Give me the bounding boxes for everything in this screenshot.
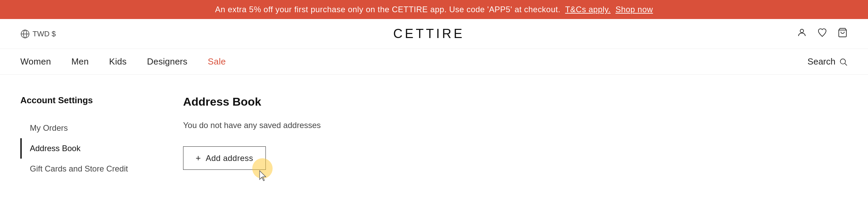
main-nav: Women Men Kids Designers Sale Search: [0, 49, 868, 75]
empty-message: You do not have any saved addresses: [183, 121, 848, 130]
site-logo[interactable]: CETTIRE: [61, 26, 797, 41]
add-icon: +: [196, 153, 201, 163]
search-icon: [839, 57, 848, 66]
main-content: Account Settings My Orders Address Book …: [0, 75, 868, 198]
currency-selector[interactable]: TWD $: [20, 29, 61, 39]
bag-icon[interactable]: [837, 28, 848, 40]
nav-items: Women Men Kids Designers Sale: [20, 49, 226, 74]
nav-item-sale[interactable]: Sale: [208, 49, 226, 74]
address-book-content: Address Book You do not have any saved a…: [170, 95, 848, 179]
wishlist-icon[interactable]: [817, 28, 827, 40]
header: TWD $ CETTIRE: [0, 19, 868, 49]
sidebar-item-address-book[interactable]: Address Book: [20, 138, 170, 159]
sidebar: Account Settings My Orders Address Book …: [20, 95, 170, 179]
svg-point-5: [840, 59, 845, 64]
svg-line-6: [845, 63, 847, 65]
sidebar-item-gift-cards[interactable]: Gift Cards and Store Credit: [20, 159, 170, 179]
cursor-highlight: [252, 158, 273, 179]
svg-point-3: [800, 29, 804, 33]
globe-icon: [20, 29, 30, 39]
nav-item-designers[interactable]: Designers: [147, 49, 187, 74]
header-icons: [797, 28, 848, 40]
nav-item-men[interactable]: Men: [71, 49, 88, 74]
banner-tc-link[interactable]: T&Cs apply.: [565, 5, 611, 14]
promo-banner: An extra 5% off your first purchase only…: [0, 0, 868, 19]
sidebar-title: Account Settings: [20, 95, 170, 106]
banner-shop-link[interactable]: Shop now: [615, 5, 653, 14]
account-icon[interactable]: [797, 28, 807, 40]
nav-item-kids[interactable]: Kids: [109, 49, 127, 74]
banner-text: An extra 5% off your first purchase only…: [215, 5, 560, 14]
add-address-wrapper: + Add address: [183, 146, 266, 170]
page-title: Address Book: [183, 95, 848, 108]
nav-item-women[interactable]: Women: [20, 49, 51, 74]
search-label: Search: [808, 56, 835, 67]
search-button[interactable]: Search: [808, 56, 848, 67]
add-address-label: Add address: [206, 154, 253, 163]
sidebar-item-my-orders[interactable]: My Orders: [20, 118, 170, 138]
currency-label: TWD $: [33, 30, 56, 38]
